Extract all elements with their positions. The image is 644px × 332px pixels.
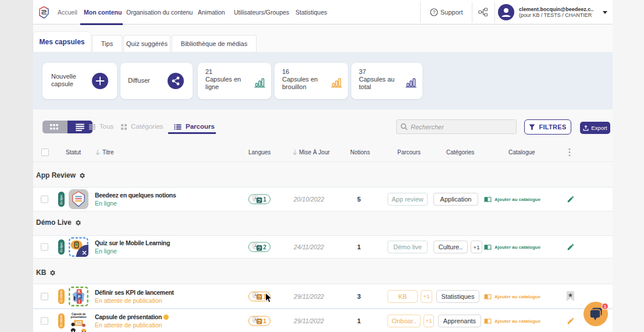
svg-text:A: A <box>254 196 257 200</box>
svg-text:P: P <box>78 294 81 298</box>
svg-text:A: A <box>254 293 257 297</box>
svg-text:A: A <box>254 244 257 248</box>
svg-text:I: I <box>79 299 80 303</box>
svg-text:K: K <box>78 289 81 294</box>
svg-text:A: A <box>254 317 257 322</box>
svg-text:?: ? <box>432 9 435 15</box>
